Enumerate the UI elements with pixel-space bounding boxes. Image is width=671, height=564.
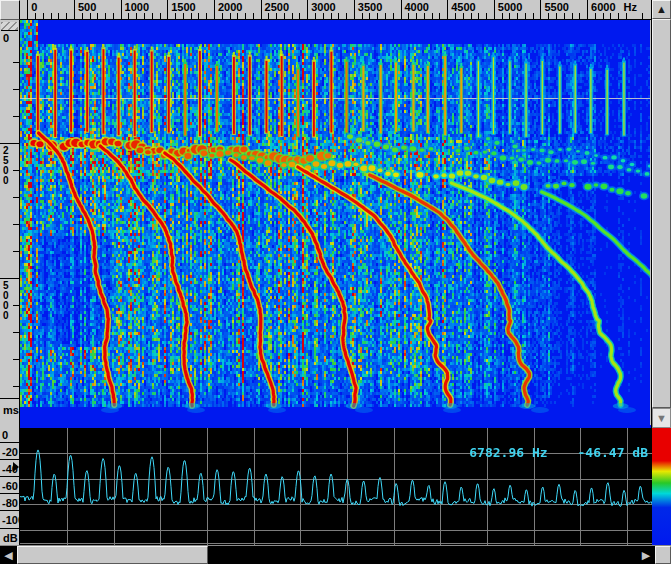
time-major-tick [0,278,19,279]
freq-minor-tick [548,13,549,19]
horizontal-scrollbar-thumb[interactable] [17,546,208,564]
freq-ruler-label: 1500 [171,2,195,13]
time-ruler: ms 025005000 [0,20,20,428]
freq-major-tick [167,0,168,19]
freq-minor-tick [385,13,386,19]
freq-minor-tick [222,13,223,19]
horizontal-scrollbar-track[interactable] [208,546,637,564]
freq-minor-tick [35,13,36,19]
freq-major-tick [307,0,308,19]
time-major-tick [0,143,19,144]
freq-minor-tick [439,13,440,19]
freq-minor-tick [564,13,565,19]
freq-minor-tick [338,13,339,19]
time-ruler-label: 5000 [3,281,11,321]
freq-minor-tick [152,13,153,19]
freq-minor-tick [51,13,52,19]
db-ruler-label: -60 [2,481,18,492]
freq-minor-tick [331,13,332,19]
freq-minor-tick [416,13,417,19]
time-minor-tick [13,62,19,63]
freq-minor-tick [579,13,580,19]
freq-minor-tick [90,13,91,19]
spectrogram-display[interactable] [20,20,650,425]
spectrogram-app-window: Hz 0500100015002000250030003500400045005… [0,0,671,564]
freq-minor-tick [136,13,137,19]
db-ruler-tick [0,459,19,460]
freq-minor-tick [610,13,611,19]
freq-minor-tick [276,13,277,19]
freq-minor-tick [58,13,59,19]
freq-ruler-label: 2500 [265,2,289,13]
freq-ruler-label: 6000 [591,2,615,13]
freq-minor-tick [603,13,604,19]
color-scale-bar [652,428,671,545]
freq-minor-tick [377,13,378,19]
scroll-right-button[interactable]: ▶ [637,546,655,564]
scroll-up-button[interactable]: ▲ [652,0,671,19]
freq-minor-tick [455,13,456,19]
time-minor-tick [13,89,19,90]
freq-minor-tick [626,13,627,19]
freq-minor-tick [424,13,425,19]
freq-minor-tick [323,13,324,19]
db-ruler-tick [0,528,19,529]
freq-minor-tick [183,13,184,19]
time-minor-tick [13,197,19,198]
freq-minor-tick [369,13,370,19]
freq-minor-tick [198,13,199,19]
cursor-readout: 6782.96 Hz-46.47 dB [438,430,648,475]
freq-major-tick [401,0,402,19]
vertical-scrollbar-thumb[interactable] [652,19,671,408]
freq-minor-tick [292,13,293,19]
freq-minor-tick [66,13,67,19]
freq-minor-tick [533,13,534,19]
db-ruler-tick [0,510,19,511]
freq-minor-tick [517,13,518,19]
freq-minor-tick [642,13,643,19]
freq-minor-tick [432,13,433,19]
horizontal-scrollbar[interactable]: ◀ ▶ [0,545,671,564]
freq-minor-tick [268,13,269,19]
freq-minor-tick [478,13,479,19]
freq-major-tick [261,0,262,19]
frequency-ruler: Hz 0500100015002000250030003500400045005… [20,0,651,20]
freq-minor-tick [230,13,231,19]
freq-ruler-label: 2000 [218,2,242,13]
vertical-scrollbar[interactable]: ▲ ▼ [651,0,671,428]
time-ruler-label: 0 [3,33,9,44]
freq-minor-tick [113,13,114,19]
freq-minor-tick [43,13,44,19]
time-major-tick [0,398,19,399]
freq-minor-tick [525,13,526,19]
freq-minor-tick [191,13,192,19]
readout-level: -46.47 dB [578,445,648,460]
freq-minor-tick [509,13,510,19]
freq-major-tick [540,0,541,19]
time-minor-tick [13,224,19,225]
scroll-down-button[interactable]: ▼ [652,408,671,428]
db-ruler: dB 0-20-40-60-80-100 [0,428,20,545]
freq-minor-tick [245,13,246,19]
freq-minor-tick [253,13,254,19]
scroll-left-button[interactable]: ◀ [0,546,17,564]
freq-minor-tick [618,13,619,19]
freq-major-tick [27,0,28,19]
db-ruler-tick [0,493,19,494]
db-ruler-tick [0,442,19,443]
freq-minor-tick [393,13,394,19]
freq-ruler-label: 3500 [358,2,382,13]
freq-minor-tick [502,13,503,19]
time-unit-label: ms [3,405,19,416]
ruler-options-handle [1,22,18,31]
freq-ruler-label: 5500 [544,2,568,13]
freq-ruler-label: 1000 [125,2,149,13]
freq-ruler-label: 500 [78,2,96,13]
readout-frequency: 6782.96 Hz [469,445,547,460]
freq-major-tick [121,0,122,19]
freq-major-tick [214,0,215,19]
freq-minor-tick [346,13,347,19]
freq-minor-tick [128,13,129,19]
db-ruler-label: -80 [2,498,18,509]
scroll-left-icon: ◀ [4,550,12,561]
